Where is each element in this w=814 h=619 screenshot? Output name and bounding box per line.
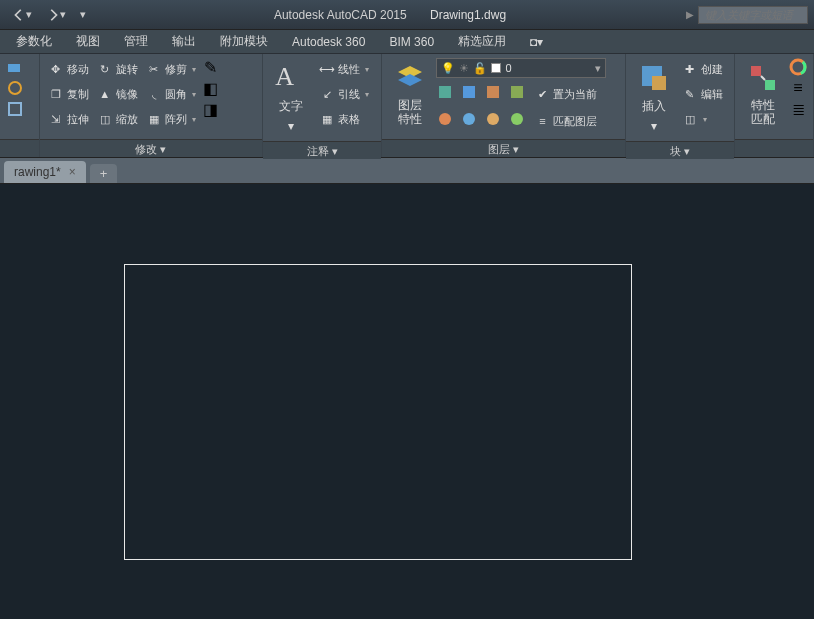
panel-title-blocks[interactable]: 块 ▾ — [626, 141, 734, 159]
mirror-button[interactable]: ▲镜像 — [95, 83, 140, 105]
trim-button[interactable]: ✂修剪▾ — [144, 58, 198, 80]
window-title: Autodesk AutoCAD 2015 Drawing1.dwg — [98, 8, 682, 22]
search-expand-icon[interactable]: ▶ — [682, 9, 698, 20]
table-icon: ▦ — [319, 111, 335, 127]
back-button[interactable]: ▾ — [8, 6, 36, 24]
layer-tool-5[interactable] — [436, 110, 454, 128]
svg-rect-14 — [765, 80, 775, 90]
tab-manage[interactable]: 管理 — [112, 30, 160, 53]
tab-parametric[interactable]: 参数化 — [4, 30, 64, 53]
color-wheel-icon[interactable] — [789, 58, 807, 76]
table-button[interactable]: ▦表格 — [317, 108, 371, 130]
bulb-icon: 💡 — [441, 62, 455, 75]
layer-tool-1[interactable] — [436, 83, 454, 101]
layer-tool-2[interactable] — [460, 83, 478, 101]
linear-icon: ⟷ — [319, 61, 335, 77]
edit-icon: ✎ — [682, 86, 698, 102]
search-input[interactable] — [698, 6, 808, 24]
match-props-icon — [747, 62, 779, 94]
layer-name: 0 — [505, 62, 511, 74]
tab-bim360[interactable]: BIM 360 — [377, 32, 446, 52]
linear-button[interactable]: ⟷线性▾ — [317, 58, 371, 80]
tab-output[interactable]: 输出 — [160, 30, 208, 53]
tab-extra-icon[interactable]: ◘▾ — [518, 32, 555, 52]
layer-combo[interactable]: 💡 ☀ 🔓 0 ▾ — [436, 58, 606, 78]
chevron-down-icon: ▾ — [651, 119, 657, 133]
svg-rect-4 — [463, 86, 475, 98]
linetype-icon[interactable]: ≡ — [789, 79, 807, 97]
app-name: Autodesk AutoCAD 2015 — [274, 8, 407, 22]
sun-icon: ☀ — [459, 62, 469, 75]
svg-rect-6 — [511, 86, 523, 98]
array-icon: ▦ — [146, 111, 162, 127]
lock-icon: 🔓 — [473, 62, 487, 75]
modify-extra-1[interactable]: ✎ — [202, 58, 220, 76]
rotate-button[interactable]: ↻旋转 — [95, 58, 140, 80]
tool-icon-2[interactable] — [6, 79, 24, 97]
fillet-icon: ◟ — [146, 86, 162, 102]
panel-title-layers[interactable]: 图层 ▾ — [382, 139, 624, 157]
drawn-rectangle[interactable] — [124, 264, 632, 560]
leader-button[interactable]: ↙引线▾ — [317, 83, 371, 105]
scale-button[interactable]: ◫缩放 — [95, 108, 140, 130]
svg-rect-3 — [439, 86, 451, 98]
stretch-button[interactable]: ⇲拉伸 — [46, 108, 91, 130]
titlebar: ▾ ▾ ▾ Autodesk AutoCAD 2015 Drawing1.dwg… — [0, 0, 814, 30]
tool-icon-3[interactable] — [6, 100, 24, 118]
text-button[interactable]: A 文字 ▾ — [269, 58, 313, 137]
search-area: ▶ — [682, 6, 814, 24]
quick-access-toolbar: ▾ ▾ ▾ — [0, 6, 98, 24]
file-tab-drawing1[interactable]: rawing1* × — [4, 161, 86, 183]
block-extra-button[interactable]: ◫▾ — [680, 108, 725, 130]
layer-tool-7[interactable] — [484, 110, 502, 128]
lineweight-icon[interactable]: ≣ — [789, 100, 807, 118]
layer-properties-button[interactable]: 图层 特性 — [388, 58, 432, 131]
rotate-icon: ↻ — [97, 61, 113, 77]
forward-button[interactable]: ▾ — [42, 6, 70, 24]
svg-rect-12 — [652, 76, 666, 90]
add-tab-button[interactable]: + — [90, 164, 118, 183]
layer-tool-4[interactable] — [508, 83, 526, 101]
tab-view[interactable]: 视图 — [64, 30, 112, 53]
leader-icon: ↙ — [319, 86, 335, 102]
menu-tabs: 参数化 视图 管理 输出 附加模块 Autodesk 360 BIM 360 精… — [0, 30, 814, 54]
close-icon[interactable]: × — [69, 165, 76, 179]
match-properties-button[interactable]: 特性 匹配 — [741, 58, 785, 131]
layer-tool-6[interactable] — [460, 110, 478, 128]
panel-title-modify[interactable]: 修改 ▾ — [40, 139, 262, 157]
text-icon: A — [275, 62, 307, 94]
svg-rect-13 — [751, 66, 761, 76]
insert-button[interactable]: 插入 ▾ — [632, 58, 676, 137]
array-button[interactable]: ▦阵列▾ — [144, 108, 198, 130]
dropdown-button[interactable]: ▾ — [76, 6, 90, 23]
stretch-icon: ⇲ — [48, 111, 64, 127]
modify-extra-2[interactable]: ◧ — [202, 79, 220, 97]
trim-icon: ✂ — [146, 61, 162, 77]
svg-rect-0 — [8, 64, 20, 72]
panel-title-annotate[interactable]: 注释 ▾ — [263, 141, 381, 159]
match-icon: ≡ — [534, 113, 550, 129]
create-block-button[interactable]: ✚创建 — [680, 58, 725, 80]
edit-block-button[interactable]: ✎编辑 — [680, 83, 725, 105]
layer-tool-8[interactable] — [508, 110, 526, 128]
match-layer-button[interactable]: ≡匹配图层 — [532, 110, 599, 132]
layers-icon — [394, 62, 426, 94]
panel-title-blank — [0, 139, 39, 157]
color-swatch — [491, 63, 501, 73]
set-current-button[interactable]: ✔置为当前 — [532, 83, 599, 105]
drawing-canvas[interactable] — [0, 184, 814, 619]
ribbon: ✥移动 ❐复制 ⇲拉伸 ↻旋转 ▲镜像 ◫缩放 ✂修剪▾ ◟圆角▾ ▦阵列▾ ✎… — [0, 54, 814, 158]
svg-point-1 — [9, 82, 21, 94]
block-extra-icon: ◫ — [682, 111, 698, 127]
copy-button[interactable]: ❐复制 — [46, 83, 91, 105]
tab-a360[interactable]: Autodesk 360 — [280, 32, 377, 52]
tool-icon-1[interactable] — [6, 58, 24, 76]
modify-extra-3[interactable]: ◨ — [202, 100, 220, 118]
tab-featured[interactable]: 精选应用 — [446, 30, 518, 53]
tab-addins[interactable]: 附加模块 — [208, 30, 280, 53]
fillet-button[interactable]: ◟圆角▾ — [144, 83, 198, 105]
move-button[interactable]: ✥移动 — [46, 58, 91, 80]
chevron-down-icon: ▾ — [595, 62, 601, 75]
layer-tool-3[interactable] — [484, 83, 502, 101]
svg-rect-5 — [487, 86, 499, 98]
